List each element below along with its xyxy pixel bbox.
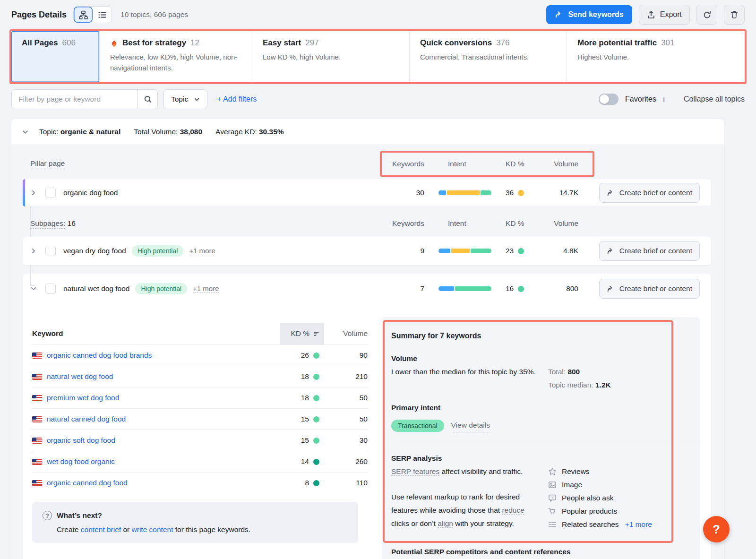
expanded-detail: Keyword KD % Volume organic canned dog f… [23, 304, 711, 559]
serp-feature-item: Image [548, 478, 688, 491]
write-content-link[interactable]: write content [132, 525, 173, 533]
keyword-link[interactable]: organic soft dog food [47, 436, 115, 445]
create-brief-button[interactable]: Create brief or content [599, 183, 700, 203]
page-name[interactable]: organic dog food [63, 189, 118, 197]
delete-button[interactable] [724, 5, 745, 25]
favorites-toggle[interactable] [599, 94, 619, 105]
keyword-link[interactable]: natural canned dog food [47, 415, 126, 423]
content-brief-link[interactable]: content brief [81, 525, 121, 533]
keyword-table-header: Keyword KD % Volume [32, 323, 368, 344]
star-icon [548, 467, 557, 476]
subpages-count: 16 [68, 219, 76, 227]
serp-features-link[interactable]: SERP features [391, 467, 439, 476]
sort-icon [313, 331, 319, 337]
keyword-link[interactable]: premium wet dog food [47, 394, 119, 402]
intent-bar [438, 190, 491, 195]
view-toggle [73, 6, 112, 23]
volume-value: 4.8K [545, 247, 578, 255]
topic-dropdown[interactable]: Topic [163, 89, 207, 109]
chevron-down-icon[interactable] [30, 285, 43, 292]
search-icon [144, 95, 152, 103]
row-checkbox[interactable] [45, 284, 56, 294]
kd-value: 23 [506, 247, 514, 255]
create-brief-button[interactable]: Create brief or content [599, 241, 700, 261]
keyword-volume: 50 [324, 415, 368, 423]
keyword-link[interactable]: organic canned dog food [47, 479, 128, 487]
collapse-all-topics-link[interactable]: Collapse all topics [684, 95, 745, 103]
refresh-button[interactable] [696, 5, 717, 25]
us-flag-icon [32, 459, 42, 465]
export-icon [647, 10, 655, 19]
share-arrow-icon [607, 189, 615, 197]
page-name[interactable]: vegan dry dog food [63, 247, 126, 255]
view-details-link[interactable]: View details [451, 419, 490, 432]
serp-feature-item: ? People also ask [548, 491, 688, 505]
volume-value: 14.7K [545, 189, 578, 197]
col-header-kd: KD % [506, 160, 543, 168]
pillar-header-row: Pillar page Keywords Intent KD % Volume [23, 145, 711, 179]
subpages-label[interactable]: Subpages: [30, 219, 65, 229]
search-button[interactable] [137, 90, 157, 109]
list-view-button[interactable] [93, 7, 112, 23]
add-filters-link[interactable]: + Add filters [217, 95, 257, 103]
keyword-link[interactable]: natural wet dog food [47, 372, 113, 381]
share-arrow-icon [607, 247, 615, 255]
send-keywords-button[interactable]: Send keywords [546, 5, 632, 24]
pillar-page-row: organic dog food 30 36 14.7K Create brie… [23, 179, 711, 206]
favorites-label: Favorites [625, 95, 656, 103]
top-bar: Pages Details 10 topics, 606 pages Send … [0, 0, 756, 29]
topic-median-value: 1.2K [595, 381, 611, 389]
create-brief-button[interactable]: Create brief or content [599, 279, 700, 299]
keywords-summary-panel: Summary for 7 keywords Volume Lower than… [382, 317, 700, 559]
us-flag-icon [32, 438, 42, 444]
row-checkbox[interactable] [45, 188, 56, 198]
keyword-volume: 260 [324, 457, 368, 466]
subpage-row-expanded: natural wet dog food High potential +1 m… [23, 274, 711, 304]
topic-average-kd: Average KD: 30.35% [215, 128, 284, 136]
page-name[interactable]: natural wet dog food [63, 284, 129, 293]
topics-pages-summary: 10 topics, 606 pages [120, 10, 188, 19]
info-icon[interactable]: i [663, 95, 665, 103]
search-field-group [11, 89, 158, 109]
tab-best-for-strategy[interactable]: Best for strategy12 Relevance, low KD%, … [99, 31, 252, 82]
more-badges-link[interactable]: +1 more [189, 247, 215, 255]
share-arrow-icon [555, 10, 563, 19]
search-input[interactable] [12, 90, 137, 109]
row-checkbox[interactable] [45, 246, 56, 256]
keyword-link[interactable]: organic canned dog food brands [47, 351, 152, 360]
topic-collapse-chevron-icon[interactable] [22, 129, 29, 136]
keyword-row: organic soft dog food 15 30 [32, 430, 368, 451]
serp-competitors-title: Potential SERP competitors and content r… [391, 545, 688, 559]
chevron-right-icon[interactable] [30, 248, 43, 254]
tab-quick-conversions[interactable]: Quick conversions376 Commercial, Transac… [409, 31, 567, 82]
tab-all-pages[interactable]: All Pages606 [11, 31, 99, 82]
serp-features-list: Reviews Image ? People also ask [548, 465, 688, 531]
help-button[interactable]: ? [703, 516, 730, 542]
reduce-link[interactable]: reduce [502, 506, 524, 515]
tab-more-potential-traffic[interactable]: More potential traffic301 Highest Volume… [567, 31, 745, 82]
tree-view-button[interactable] [74, 7, 93, 23]
pillar-page-label[interactable]: Pillar page [30, 159, 65, 169]
keyword-volume: 210 [324, 372, 368, 381]
keywords-count: 7 [363, 284, 424, 293]
tab-easy-start[interactable]: Easy start297 Low KD %, high Volume. [252, 31, 409, 82]
chevron-down-icon [194, 96, 200, 103]
col-header-kd-sort[interactable]: KD % [280, 323, 324, 344]
image-icon [548, 481, 557, 489]
question-circle-icon: ? [43, 511, 52, 520]
export-button[interactable]: Export [639, 5, 690, 25]
col-header-volume: Volume [324, 329, 368, 338]
chevron-right-icon[interactable] [30, 189, 43, 196]
topic-name: Topic: organic & natural [39, 128, 120, 136]
keyword-link[interactable]: wet dog food organic [47, 457, 115, 466]
align-link[interactable]: align [438, 519, 453, 528]
us-flag-icon [32, 374, 42, 380]
more-badges-link[interactable]: +1 more [193, 284, 219, 293]
keyword-row: premium wet dog food 18 50 [32, 387, 368, 408]
sitemap-icon [79, 10, 88, 19]
more-features-link[interactable]: +1 more [625, 518, 652, 531]
transactional-badge: Transactional [391, 420, 444, 432]
keyword-row: organic canned dog food 8 110 [32, 472, 368, 493]
whats-next-box: ? What’s next? Create content brief or w… [32, 502, 358, 543]
pages-list: Pillar page Keywords Intent KD % Volume … [11, 145, 724, 559]
